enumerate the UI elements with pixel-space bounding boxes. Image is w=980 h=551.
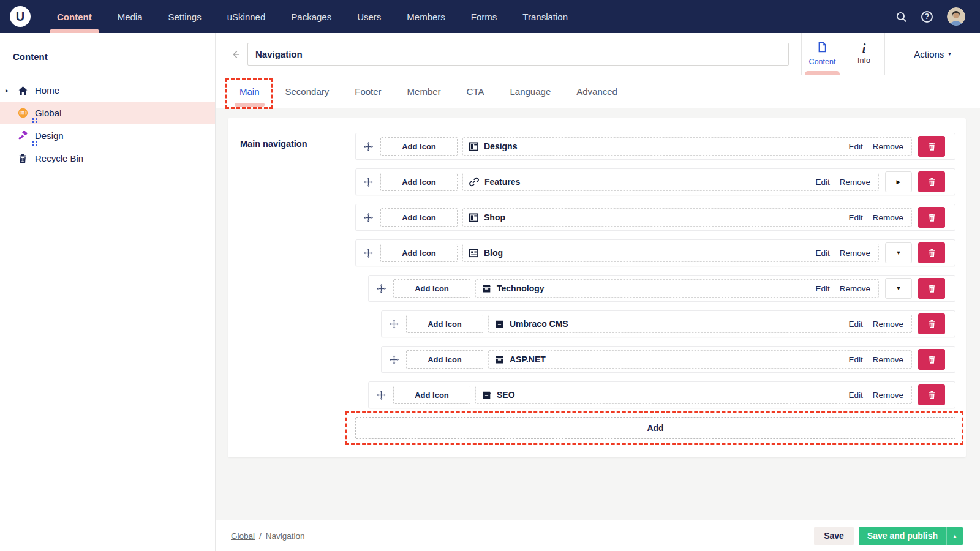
tab-footer[interactable]: Footer bbox=[342, 75, 394, 108]
article-icon bbox=[469, 249, 478, 258]
nav-section-forms[interactable]: Forms bbox=[458, 0, 510, 33]
delete-button[interactable] bbox=[918, 313, 945, 334]
sidebar-item-design[interactable]: Design bbox=[0, 124, 215, 147]
tab-label: Member bbox=[407, 86, 441, 97]
actions-button[interactable]: Actions ▾ bbox=[884, 33, 980, 75]
help-icon[interactable] bbox=[921, 11, 933, 23]
add-icon-button[interactable]: Add Icon bbox=[393, 386, 470, 404]
back-arrow-icon[interactable] bbox=[228, 50, 243, 59]
remove-link[interactable]: Remove bbox=[873, 320, 903, 329]
tab-label: Main bbox=[239, 86, 260, 97]
delete-button[interactable] bbox=[918, 384, 945, 405]
tab-member[interactable]: Member bbox=[394, 75, 454, 108]
drag-handle-icon[interactable] bbox=[390, 320, 399, 329]
remove-link[interactable]: Remove bbox=[873, 213, 903, 222]
nav-section-media[interactable]: Media bbox=[105, 0, 156, 33]
edit-link[interactable]: Edit bbox=[848, 391, 862, 400]
nav-rows: Add IconDesignsEditRemoveAdd IconFeature… bbox=[355, 133, 956, 439]
save-and-publish-button[interactable]: Save and publish ▴ bbox=[859, 527, 963, 545]
property-label: Main navigation bbox=[240, 133, 355, 439]
tab-language[interactable]: Language bbox=[497, 75, 564, 108]
avatar[interactable] bbox=[947, 7, 965, 26]
nav-section-content[interactable]: Content bbox=[44, 0, 105, 33]
chevron-up-icon[interactable]: ▴ bbox=[946, 527, 963, 545]
unpublished-changes-icon bbox=[32, 118, 34, 120]
delete-button[interactable] bbox=[918, 349, 945, 370]
tab-secondary[interactable]: Secondary bbox=[273, 75, 342, 108]
nav-section-label: Members bbox=[407, 12, 445, 22]
nav-item-content: Umbraco CMSEditRemove bbox=[488, 315, 912, 333]
save-button[interactable]: Save bbox=[814, 527, 854, 545]
editor-header: Content i Info Actions ▾ MainSecondaryFo… bbox=[216, 33, 980, 108]
edit-link[interactable]: Edit bbox=[848, 213, 862, 222]
row-links: EditRemove bbox=[815, 178, 870, 187]
tab-cta[interactable]: CTA bbox=[454, 75, 497, 108]
nav-section-users[interactable]: Users bbox=[344, 0, 394, 33]
add-icon-button[interactable]: Add Icon bbox=[406, 350, 483, 369]
breadcrumb-link[interactable]: Global bbox=[231, 531, 255, 541]
content-tree: ▸HomeGlobalDesignRecycle Bin bbox=[0, 79, 215, 170]
tab-main[interactable]: Main bbox=[227, 75, 273, 108]
remove-link[interactable]: Remove bbox=[873, 355, 903, 364]
row-links: EditRemove bbox=[848, 320, 903, 329]
sidebar-heading: Content bbox=[0, 33, 215, 62]
search-icon[interactable] bbox=[895, 11, 907, 23]
drag-handle-icon[interactable] bbox=[377, 391, 386, 400]
remove-link[interactable]: Remove bbox=[840, 284, 870, 293]
remove-link[interactable]: Remove bbox=[873, 391, 903, 400]
nav-section-packages[interactable]: Packages bbox=[278, 0, 344, 33]
drag-handle-icon[interactable] bbox=[364, 213, 373, 222]
expand-toggle-button[interactable]: ▼ bbox=[885, 242, 912, 263]
title-input[interactable] bbox=[247, 43, 789, 66]
expand-toggle-button[interactable]: ▶ bbox=[885, 171, 912, 192]
unpublished-changes-icon bbox=[32, 141, 34, 143]
add-icon-button[interactable]: Add Icon bbox=[380, 173, 458, 191]
save-and-publish-label: Save and publish bbox=[859, 527, 946, 545]
drag-handle-icon[interactable] bbox=[390, 355, 399, 364]
remove-link[interactable]: Remove bbox=[840, 178, 870, 187]
delete-button[interactable] bbox=[918, 171, 945, 192]
breadcrumb: Global / Navigation bbox=[231, 531, 305, 541]
nav-section-members[interactable]: Members bbox=[394, 0, 458, 33]
sidebar-item-global[interactable]: Global bbox=[0, 102, 215, 124]
info-app-button[interactable]: i Info bbox=[843, 33, 884, 75]
add-icon-button[interactable]: Add Icon bbox=[406, 315, 483, 333]
drag-handle-icon[interactable] bbox=[364, 142, 373, 151]
tab-label: Footer bbox=[355, 86, 381, 97]
remove-link[interactable]: Remove bbox=[840, 249, 870, 258]
drag-handle-icon[interactable] bbox=[364, 178, 373, 187]
edit-link[interactable]: Edit bbox=[815, 284, 829, 293]
tab-advanced[interactable]: Advanced bbox=[564, 75, 630, 108]
delete-button[interactable] bbox=[918, 242, 945, 263]
add-button[interactable]: Add bbox=[355, 417, 956, 439]
row-links: EditRemove bbox=[848, 142, 903, 151]
edit-link[interactable]: Edit bbox=[848, 320, 862, 329]
drag-handle-icon[interactable] bbox=[364, 249, 373, 258]
remove-link[interactable]: Remove bbox=[873, 142, 903, 151]
property-panel: Main navigation Add IconDesignsEditRemov… bbox=[228, 118, 966, 457]
add-icon-button[interactable]: Add Icon bbox=[380, 137, 458, 156]
home-icon bbox=[18, 86, 30, 96]
edit-link[interactable]: Edit bbox=[815, 249, 829, 258]
content-app-button[interactable]: Content bbox=[801, 33, 843, 75]
edit-link[interactable]: Edit bbox=[848, 142, 862, 151]
nav-section-settings[interactable]: Settings bbox=[156, 0, 214, 33]
add-icon-button[interactable]: Add Icon bbox=[380, 208, 458, 227]
delete-button[interactable] bbox=[918, 207, 945, 228]
drag-handle-icon[interactable] bbox=[377, 284, 386, 293]
edit-link[interactable]: Edit bbox=[815, 178, 829, 187]
add-row: Add bbox=[355, 417, 956, 439]
nav-section-uskinned[interactable]: uSkinned bbox=[214, 0, 279, 33]
sidebar-item-home[interactable]: ▸Home bbox=[0, 79, 215, 102]
add-icon-button[interactable]: Add Icon bbox=[393, 279, 470, 298]
main-region: Content i Info Actions ▾ MainSecondaryFo… bbox=[216, 33, 980, 551]
nav-section-translation[interactable]: Translation bbox=[510, 0, 581, 33]
expand-toggle-button[interactable]: ▼ bbox=[885, 278, 912, 299]
edit-link[interactable]: Edit bbox=[848, 355, 862, 364]
delete-button[interactable] bbox=[918, 136, 945, 157]
add-icon-button[interactable]: Add Icon bbox=[380, 244, 458, 262]
delete-button[interactable] bbox=[918, 278, 945, 299]
sidebar-item-recycle-bin[interactable]: Recycle Bin bbox=[0, 147, 215, 170]
expand-caret-icon[interactable]: ▸ bbox=[6, 87, 9, 94]
nav-item-row: Add IconUmbraco CMSEditRemove bbox=[381, 310, 956, 337]
